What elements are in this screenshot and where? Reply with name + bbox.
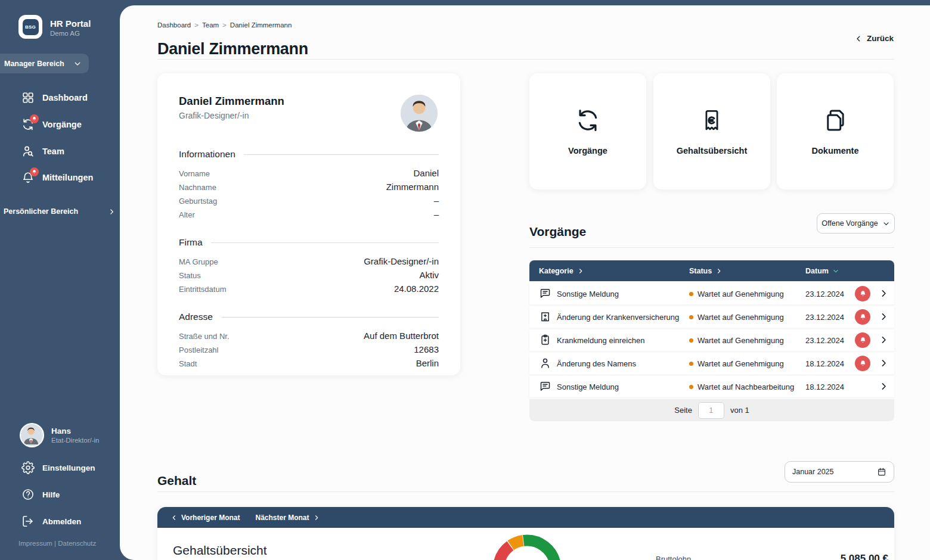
chevron-left-icon <box>170 514 178 521</box>
section-header-adresse: Adresse <box>179 312 439 322</box>
status-dot <box>689 315 693 319</box>
profile-row: NachnameZimmermann <box>179 182 439 192</box>
chevron-right-icon[interactable] <box>879 358 889 368</box>
sidebar-item-abmelden[interactable]: Abmelden <box>0 511 120 531</box>
sidebar-item-label: Abmelden <box>42 517 81 526</box>
divider <box>157 59 894 60</box>
profile-role: Grafik-Designer/-in <box>179 111 439 120</box>
section-header-informationen: Informationen <box>179 149 439 160</box>
clipboard-plus-icon <box>539 334 551 346</box>
back-label: Zurück <box>867 34 894 43</box>
profile-row: VornameDaniel <box>179 168 439 178</box>
user-role: Etat-Direktor/-in <box>51 437 100 444</box>
status-dot <box>689 292 693 296</box>
person-icon <box>539 357 551 369</box>
quick-card-vorgaenge[interactable]: Vorgänge <box>529 73 646 189</box>
field-value: Zimmermann <box>386 182 439 192</box>
sidebar-item-team[interactable]: Team <box>0 141 120 161</box>
column-header-kategorie[interactable]: Kategorie <box>539 260 584 281</box>
row-category: Änderung des Namens <box>557 353 636 374</box>
legal-links[interactable]: Impressum | Datenschutz <box>18 540 96 547</box>
section-title: Adresse <box>179 312 213 322</box>
back-button[interactable]: Zurück <box>854 34 894 43</box>
field-value: 12683 <box>414 344 439 354</box>
row-date: 18.12.2024 <box>805 353 844 374</box>
table-row[interactable]: Krankmeldung einreichen Wartet auf Geneh… <box>529 329 894 351</box>
next-month-button[interactable]: Nächster Monat <box>255 514 320 522</box>
sidebar-item-mitteilungen[interactable]: Mitteilungen <box>0 167 120 188</box>
sidebar-item-vorgaenge[interactable]: Vorgänge <box>0 114 120 135</box>
quick-card-gehaltsuebersicht[interactable]: Gehaltsübersicht <box>653 73 770 189</box>
sidebar-item-hilfe[interactable]: Hilfe <box>0 484 120 505</box>
row-status: Wartet auf Nachbearbeitung <box>698 376 794 397</box>
month-picker[interactable]: Januar 2025 <box>785 461 894 483</box>
status-dot <box>689 338 693 343</box>
sidebar-item-einstellungen[interactable]: Einstellungen <box>0 458 120 478</box>
table-row[interactable]: Sonstige Meldung Wartet auf Nachbearbeit… <box>529 376 894 397</box>
bell-icon <box>21 171 35 184</box>
notification-badge <box>30 114 39 123</box>
sidebar-section-persoenlich[interactable]: Persönlicher Bereich <box>4 207 116 216</box>
month-picker-value: Januar 2025 <box>792 468 834 476</box>
chevron-left-icon <box>854 35 863 43</box>
chevron-right-icon <box>313 514 320 521</box>
row-status: Wartet auf Genehmigung <box>698 353 784 374</box>
profile-row: Geburtstag– <box>179 195 439 206</box>
table-row[interactable]: Sonstige Meldung Wartet auf Genehmigung … <box>529 283 894 304</box>
column-label: Status <box>689 267 712 275</box>
alert-bell-badge <box>855 356 870 371</box>
prev-month-button[interactable]: Vorheriger Monat <box>170 514 240 522</box>
row-date: 23.12.2024 <box>805 329 844 351</box>
table-row[interactable]: Änderung der Krankenversicherung Wartet … <box>529 306 894 328</box>
notification-badge <box>30 167 39 176</box>
profile-card: Daniel Zimmermann Grafik-Designer/-in In… <box>157 73 460 375</box>
field-label: Nachname <box>179 183 216 192</box>
breadcrumb-team[interactable]: Team <box>202 21 219 29</box>
message-icon <box>539 287 551 300</box>
row-category: Sonstige Meldung <box>557 283 619 304</box>
summary-value: 5.085,00 € <box>841 553 888 560</box>
row-status: Wartet auf Genehmigung <box>698 306 784 328</box>
field-value: Grafik-Designer/-in <box>364 256 439 266</box>
field-label: Vorname <box>179 169 210 178</box>
field-label: Straße und Nr. <box>179 332 230 341</box>
divider <box>244 154 439 155</box>
gehalt-card-title: Gehaltsübersicht <box>173 543 267 558</box>
filter-dropdown[interactable]: Offene Vorgänge <box>817 213 895 234</box>
row-status: Wartet auf Genehmigung <box>698 329 784 351</box>
chevron-right-icon[interactable] <box>879 288 889 298</box>
column-header-status[interactable]: Status <box>689 260 723 281</box>
profile-row: MA GruppeGrafik-Designer/-in <box>179 256 439 266</box>
field-value: Berlin <box>416 358 439 368</box>
column-label: Kategorie <box>539 267 574 275</box>
sidebar-user[interactable]: Hans Etat-Direktor/-in <box>20 423 100 447</box>
app-logo: BSG <box>18 15 42 39</box>
chevron-right-icon[interactable] <box>879 381 889 391</box>
avatar <box>20 423 44 447</box>
area-selector[interactable]: Manager Bereich <box>0 54 89 73</box>
profile-row: Straße und Nr.Auf dem Butterbrot <box>179 331 439 341</box>
refresh-icon <box>575 108 600 133</box>
page-title: Daniel Zimmermann <box>157 40 308 58</box>
profile-row: StadtBerlin <box>179 358 439 368</box>
summary-row: Bruttolohn 5.085,00 € <box>656 553 888 560</box>
sidebar: BSG HR Portal Demo AG Manager Bereich Da… <box>0 0 120 560</box>
breadcrumb-dashboard[interactable]: Dashboard <box>157 21 191 29</box>
user-name: Hans <box>51 427 100 435</box>
table-row[interactable]: Änderung des Namens Wartet auf Genehmigu… <box>529 353 894 374</box>
chevron-right-icon[interactable] <box>879 312 889 322</box>
pagination-of: von 1 <box>730 406 749 415</box>
gear-icon <box>21 461 35 474</box>
column-header-datum[interactable]: Datum <box>805 260 839 281</box>
chevron-right-icon[interactable] <box>879 335 889 345</box>
logout-icon <box>21 515 35 528</box>
section-title: Firma <box>179 237 203 248</box>
quick-card-dokumente[interactable]: Dokumente <box>777 73 894 189</box>
page-input[interactable] <box>698 402 724 419</box>
help-icon <box>21 488 35 501</box>
chevron-right-icon <box>577 267 584 275</box>
sidebar-item-label: Einstellungen <box>42 463 95 472</box>
quick-card-label: Dokumente <box>812 146 859 155</box>
sidebar-item-dashboard[interactable]: Dashboard <box>0 88 120 108</box>
sidebar-item-label: Team <box>42 147 64 156</box>
